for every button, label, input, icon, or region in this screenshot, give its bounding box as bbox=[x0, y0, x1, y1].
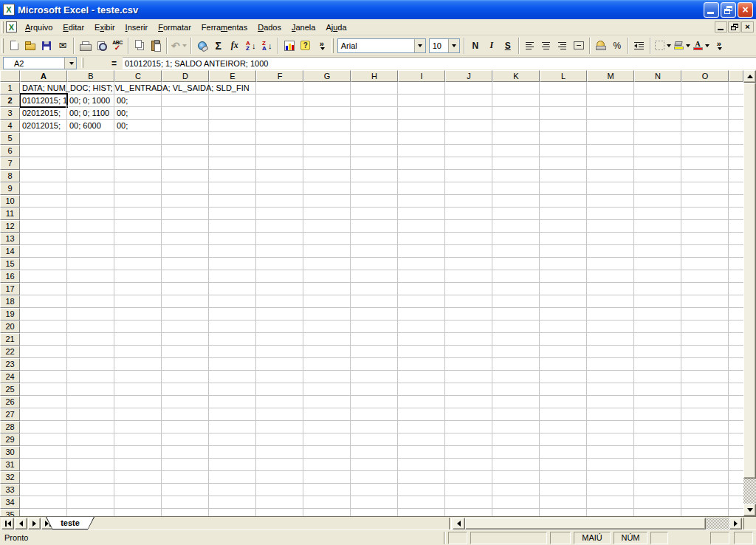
help-button[interactable]: ? bbox=[298, 38, 314, 54]
cell-C2[interactable]: 00; bbox=[114, 95, 162, 107]
row-header-7[interactable]: 7 bbox=[0, 157, 20, 170]
decrease-indent-button[interactable] bbox=[631, 38, 647, 54]
undo-button[interactable]: ↶ bbox=[170, 38, 188, 54]
cell-B4[interactable]: 00; 6000 bbox=[67, 120, 114, 132]
col-header-A[interactable]: A bbox=[20, 70, 67, 82]
font-name-combo[interactable]: Arial bbox=[337, 38, 426, 53]
row-header-30[interactable]: 30 bbox=[0, 446, 20, 459]
toolbar-grip[interactable] bbox=[1, 38, 4, 53]
restore-button[interactable] bbox=[721, 2, 736, 18]
minimize-button[interactable] bbox=[704, 2, 719, 18]
open-button[interactable] bbox=[22, 38, 38, 54]
fill-color-button[interactable] bbox=[673, 38, 692, 54]
col-header-B[interactable]: B bbox=[67, 70, 114, 82]
row-header-20[interactable]: 20 bbox=[0, 321, 20, 333]
row-header-34[interactable]: 34 bbox=[0, 496, 20, 509]
row-header-33[interactable]: 33 bbox=[0, 484, 20, 496]
italic-button[interactable]: I bbox=[484, 38, 500, 54]
menu-item-inserir[interactable]: Inserir bbox=[120, 21, 154, 33]
row-header-14[interactable]: 14 bbox=[0, 245, 20, 258]
col-header-J[interactable]: J bbox=[445, 70, 492, 82]
save-button[interactable] bbox=[38, 38, 55, 54]
previous-sheet-button[interactable] bbox=[15, 518, 27, 529]
menu-item-janela[interactable]: Janela bbox=[286, 21, 320, 33]
insert-hyperlink-button[interactable] bbox=[194, 38, 210, 54]
row-header-29[interactable]: 29 bbox=[0, 433, 20, 446]
cell-A4[interactable]: 02012015; bbox=[20, 120, 67, 132]
more-buttons-2-button[interactable]: » bbox=[711, 38, 727, 54]
col-header-partial[interactable] bbox=[729, 70, 743, 82]
row-header-1[interactable]: 1 bbox=[0, 82, 20, 95]
col-header-D[interactable]: D bbox=[162, 70, 209, 82]
percent-style-button[interactable]: % bbox=[609, 38, 625, 54]
more-buttons-button[interactable]: » bbox=[314, 38, 330, 54]
row-header-6[interactable]: 6 bbox=[0, 145, 20, 157]
toolbar-grip[interactable] bbox=[331, 38, 334, 53]
grid-body[interactable]: DATA; NUM_DOC; HIST; VL_ENTRADA; VL_SAID… bbox=[20, 82, 743, 516]
cell-A3[interactable]: 02012015; bbox=[20, 107, 67, 120]
workbook-restore-button[interactable] bbox=[728, 21, 740, 32]
font-color-button[interactable]: A bbox=[692, 38, 711, 54]
row-header-3[interactable]: 3 bbox=[0, 107, 20, 120]
font-size-combo[interactable]: 10 bbox=[429, 38, 460, 53]
align-center-button[interactable] bbox=[538, 38, 554, 54]
col-header-K[interactable]: K bbox=[492, 70, 540, 82]
underline-button[interactable]: S bbox=[500, 38, 516, 54]
cell-C3[interactable]: 00; bbox=[114, 107, 162, 120]
spelling-button[interactable]: ABC✓ bbox=[109, 38, 126, 54]
menu-item-ferramentas[interactable]: Ferramentas bbox=[196, 21, 252, 33]
row-header-31[interactable]: 31 bbox=[0, 459, 20, 471]
autosum-button[interactable]: Σ bbox=[210, 38, 227, 54]
align-right-button[interactable] bbox=[554, 38, 571, 54]
chart-wizard-button[interactable] bbox=[281, 38, 298, 54]
scroll-left-button[interactable] bbox=[453, 518, 465, 529]
name-box[interactable]: A2 bbox=[3, 57, 77, 69]
workbook-minimize-button[interactable] bbox=[715, 21, 727, 32]
paste-button[interactable] bbox=[148, 38, 164, 54]
next-sheet-button[interactable] bbox=[28, 518, 41, 529]
title-bar[interactable]: X Microsoft Excel - teste.csv × bbox=[0, 0, 756, 19]
row-header-11[interactable]: 11 bbox=[0, 208, 20, 220]
row-header-22[interactable]: 22 bbox=[0, 346, 20, 358]
col-header-G[interactable]: G bbox=[303, 70, 351, 82]
vertical-scroll-track[interactable] bbox=[743, 479, 756, 504]
align-left-button[interactable] bbox=[522, 38, 538, 54]
menu-item-dados[interactable]: Dados bbox=[252, 21, 286, 33]
scroll-down-button[interactable] bbox=[743, 504, 756, 516]
row-header-9[interactable]: 9 bbox=[0, 182, 20, 195]
close-button[interactable]: × bbox=[738, 2, 753, 18]
borders-button[interactable] bbox=[653, 38, 673, 54]
menu-item-exibir[interactable]: Exibir bbox=[89, 21, 120, 33]
workbook-icon[interactable]: X bbox=[6, 21, 17, 32]
select-all-corner[interactable] bbox=[0, 70, 20, 82]
row-header-4[interactable]: 4 bbox=[0, 120, 20, 132]
row-header-27[interactable]: 27 bbox=[0, 408, 20, 421]
formula-input[interactable]: 01012015; 1; SALDO ANTEIROR; 1000 bbox=[123, 57, 756, 69]
fill-handle[interactable] bbox=[66, 106, 69, 109]
row-header-24[interactable]: 24 bbox=[0, 371, 20, 383]
name-box-dropdown-button[interactable] bbox=[64, 58, 76, 69]
row-header-16[interactable]: 16 bbox=[0, 270, 20, 283]
workbook-close-button[interactable]: × bbox=[741, 21, 754, 32]
col-header-C[interactable]: C bbox=[114, 70, 162, 82]
col-header-N[interactable]: N bbox=[634, 70, 681, 82]
col-header-F[interactable]: F bbox=[256, 70, 303, 82]
first-sheet-button[interactable] bbox=[1, 518, 14, 529]
row-header-5[interactable]: 5 bbox=[0, 132, 20, 145]
scroll-up-button[interactable] bbox=[743, 70, 756, 83]
row-header-8[interactable]: 8 bbox=[0, 170, 20, 182]
row-header-15[interactable]: 15 bbox=[0, 258, 20, 270]
paste-function-button[interactable]: fx bbox=[227, 38, 243, 54]
font-size-dropdown-button[interactable] bbox=[448, 39, 459, 52]
row-header-17[interactable]: 17 bbox=[0, 283, 20, 295]
row-header-28[interactable]: 28 bbox=[0, 421, 20, 433]
menu-grip[interactable] bbox=[1, 21, 4, 33]
scroll-right-button[interactable] bbox=[729, 518, 742, 529]
horizontal-scroll-track[interactable] bbox=[706, 518, 729, 529]
print-preview-button[interactable] bbox=[93, 38, 109, 54]
col-header-H[interactable]: H bbox=[351, 70, 398, 82]
row-header-12[interactable]: 12 bbox=[0, 220, 20, 233]
currency-style-button[interactable] bbox=[593, 38, 609, 54]
row-header-10[interactable]: 10 bbox=[0, 195, 20, 208]
row-header-25[interactable]: 25 bbox=[0, 383, 20, 396]
